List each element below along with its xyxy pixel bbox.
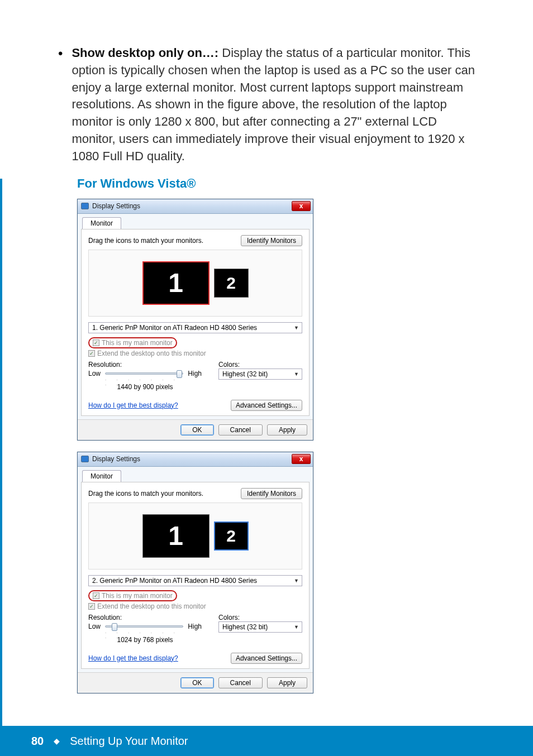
- slider-high-label: High: [188, 623, 202, 630]
- bullet-body: Display the status of a particular monit…: [72, 46, 475, 163]
- monitor-arrangement-area[interactable]: 1 2: [88, 503, 302, 570]
- window-title: Display Settings: [92, 455, 140, 463]
- extend-desktop-label: Extend the desktop onto this monitor: [97, 350, 206, 357]
- display-settings-dialog-1: Display Settings x Monitor Drag the icon…: [77, 199, 313, 441]
- slider-thumb[interactable]: [112, 623, 117, 631]
- drag-instruction: Drag the icons to match your monitors.: [88, 237, 203, 245]
- page-accent-bar: [0, 179, 2, 726]
- slider-high-label: High: [188, 370, 202, 377]
- close-button[interactable]: x: [292, 201, 311, 211]
- tab-monitor[interactable]: Monitor: [82, 217, 121, 229]
- advanced-settings-button[interactable]: Advanced Settings...: [231, 400, 302, 411]
- colors-label: Colors:: [218, 361, 302, 369]
- main-monitor-label: This is my main monitor: [102, 592, 173, 600]
- slider-ticks: · · · · · · · · · · · · ·: [105, 377, 185, 382]
- tab-strip: Monitor: [78, 467, 313, 482]
- monitor-arrangement-area[interactable]: 1 2: [88, 250, 302, 317]
- bullet-text: Show desktop only on…: Display the statu…: [72, 45, 483, 165]
- close-icon: x: [299, 202, 303, 210]
- colors-selector[interactable]: Highest (32 bit): [218, 369, 302, 380]
- titlebar: Display Settings x: [78, 199, 313, 214]
- help-link[interactable]: How do I get the best display?: [88, 654, 178, 662]
- tab-strip: Monitor: [78, 214, 313, 229]
- ok-button[interactable]: OK: [180, 424, 213, 436]
- checkbox-main-monitor[interactable]: ✓: [93, 339, 99, 346]
- apply-button[interactable]: Apply: [267, 424, 307, 436]
- monitor-icon-2[interactable]: 2: [214, 269, 249, 298]
- cancel-button[interactable]: Cancel: [218, 677, 263, 688]
- tab-monitor[interactable]: Monitor: [82, 470, 121, 482]
- slider-low-label: Low: [88, 370, 101, 377]
- extend-desktop-label: Extend the desktop onto this monitor: [97, 602, 206, 610]
- apply-button[interactable]: Apply: [267, 677, 307, 688]
- drag-instruction: Drag the icons to match your monitors.: [88, 490, 203, 497]
- close-button[interactable]: x: [292, 454, 311, 464]
- identify-monitors-button[interactable]: Identify Monitors: [241, 488, 302, 499]
- window-title: Display Settings: [92, 202, 140, 210]
- resolution-slider[interactable]: [105, 372, 183, 375]
- bullet-dot: •: [58, 45, 63, 165]
- bullet-heading: Show desktop only on…:: [72, 46, 218, 60]
- display-settings-dialog-2: Display Settings x Monitor Drag the icon…: [77, 452, 313, 693]
- section-title: Setting Up Your Monitor: [70, 735, 188, 748]
- advanced-settings-button[interactable]: Advanced Settings...: [231, 653, 302, 664]
- monitor-icon-2[interactable]: 2: [214, 521, 249, 551]
- resolution-label: Resolution:: [88, 361, 202, 369]
- checkbox-extend-desktop[interactable]: ✓: [88, 603, 95, 610]
- vista-heading: For Windows Vista®: [77, 176, 483, 191]
- close-icon: x: [299, 455, 303, 463]
- identify-monitors-button[interactable]: Identify Monitors: [241, 235, 302, 246]
- slider-ticks: · · · · · · · · · · · · ·: [105, 630, 185, 635]
- checkbox-extend-desktop[interactable]: ✓: [88, 350, 95, 357]
- cancel-button[interactable]: Cancel: [218, 424, 263, 436]
- display-selector[interactable]: 1. Generic PnP Monitor on ATI Radeon HD …: [88, 322, 302, 333]
- bullet-paragraph: • Show desktop only on…: Display the sta…: [58, 45, 483, 165]
- main-monitor-highlight: ✓This is my main monitor: [88, 590, 177, 601]
- ok-button[interactable]: OK: [180, 677, 213, 688]
- slider-thumb[interactable]: [177, 370, 182, 378]
- display-icon: [81, 456, 89, 462]
- help-link[interactable]: How do I get the best display?: [88, 401, 178, 409]
- main-monitor-label: This is my main monitor: [102, 339, 173, 347]
- monitor-icon-1[interactable]: 1: [142, 514, 210, 558]
- monitor-icon-1[interactable]: 1: [142, 261, 210, 305]
- checkbox-main-monitor[interactable]: ✓: [93, 592, 99, 599]
- slider-low-label: Low: [88, 623, 101, 630]
- page-footer: 80 ◆ Setting Up Your Monitor: [0, 726, 533, 756]
- diamond-icon: ◆: [54, 736, 60, 745]
- display-selector[interactable]: 2. Generic PnP Monitor on ATI Radeon HD …: [88, 575, 302, 586]
- resolution-slider[interactable]: [105, 625, 183, 628]
- titlebar: Display Settings x: [78, 452, 313, 467]
- display-icon: [81, 203, 89, 209]
- main-monitor-highlight: ✓This is my main monitor: [88, 337, 177, 348]
- colors-label: Colors:: [218, 614, 302, 621]
- resolution-label: Resolution:: [88, 614, 202, 621]
- colors-selector[interactable]: Highest (32 bit): [218, 621, 302, 633]
- page-number: 80: [31, 735, 44, 748]
